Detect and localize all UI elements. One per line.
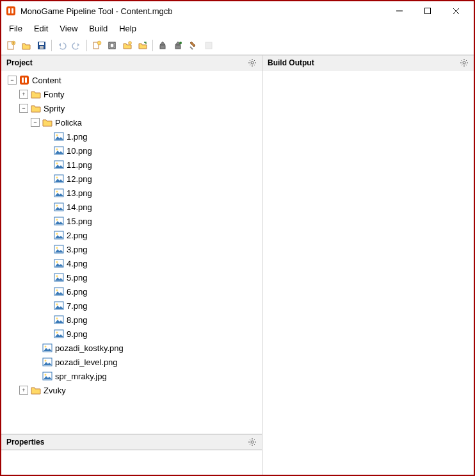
left-column: Project − Content + (1, 55, 262, 475)
close-button[interactable] (442, 2, 470, 20)
tree-label: 4.png (67, 259, 88, 268)
clean-button[interactable] (186, 38, 200, 53)
new-item-button[interactable] (90, 38, 104, 53)
tree-file[interactable]: 8.png (1, 313, 262, 327)
tree-file[interactable]: 14.png (1, 200, 262, 214)
build-button[interactable] (156, 38, 170, 53)
image-icon (54, 258, 64, 268)
tree-folder-zvuky[interactable]: + Zvuky (1, 383, 262, 397)
undo-button[interactable] (54, 38, 68, 53)
tree-label: 6.png (67, 287, 88, 297)
svg-point-44 (56, 191, 58, 193)
tree-file[interactable]: 7.png (1, 299, 262, 313)
window: MonoGame Pipeline Tool - Content.mgcb Fi… (0, 0, 475, 476)
open-button[interactable] (19, 38, 33, 53)
tree-label: 3.png (67, 245, 88, 254)
tree-folder-policka[interactable]: − Policka (1, 115, 262, 129)
tree-file[interactable]: 2.png (1, 228, 262, 242)
svg-point-66 (45, 346, 47, 348)
tree-label: 11.png (67, 160, 92, 170)
maximize-button[interactable] (414, 2, 442, 20)
svg-point-40 (56, 163, 58, 165)
expander-minus-icon[interactable]: − (19, 104, 28, 113)
tree-label: 12.png (67, 174, 92, 184)
tree-file[interactable]: 12.png (1, 172, 262, 186)
tree-file[interactable]: 5.png (1, 270, 262, 284)
build-output-body[interactable] (262, 70, 474, 475)
toolbar-separator (152, 40, 153, 51)
svg-line-28 (250, 60, 250, 61)
svg-point-64 (56, 332, 58, 334)
redo-button[interactable] (70, 38, 84, 53)
image-icon (54, 300, 64, 311)
tree-label: 15.png (67, 217, 92, 226)
svg-rect-32 (20, 76, 29, 85)
tree-file[interactable]: 10.png (1, 144, 262, 158)
svg-point-38 (56, 149, 58, 151)
svg-line-86 (466, 65, 467, 65)
menu-view[interactable]: View (54, 22, 83, 35)
right-column: Build Output (262, 55, 474, 475)
properties-body[interactable] (1, 450, 262, 475)
tree-file[interactable]: pozadi_level.png (1, 355, 262, 369)
svg-point-68 (45, 360, 47, 362)
folder-icon (31, 103, 41, 113)
svg-line-30 (254, 60, 255, 61)
tree-folder-fonty[interactable]: + Fonty (1, 87, 262, 101)
tree-label: 14.png (67, 202, 92, 212)
new-button[interactable] (4, 38, 18, 53)
gear-icon[interactable] (460, 58, 469, 67)
project-tree[interactable]: − Content + Fonty − (1, 70, 262, 434)
tree-file[interactable]: 13.png (1, 186, 262, 200)
new-folder-button[interactable] (120, 38, 134, 53)
image-icon (54, 145, 64, 156)
tree-file[interactable]: 1.png (1, 129, 262, 144)
expander-minus-icon[interactable]: − (8, 76, 17, 85)
image-icon (54, 230, 64, 240)
menu-build[interactable]: Build (84, 22, 113, 35)
expander-plus-icon[interactable]: + (19, 90, 28, 99)
menu-help[interactable]: Help (114, 22, 141, 35)
tree-file[interactable]: 3.png (1, 242, 262, 256)
menu-file[interactable]: File (4, 22, 28, 35)
svg-point-56 (56, 275, 58, 277)
gear-icon[interactable] (248, 438, 257, 447)
svg-rect-34 (25, 78, 27, 83)
image-icon (54, 244, 64, 254)
menu-edit[interactable]: Edit (29, 22, 53, 35)
expander-plus-icon[interactable]: + (19, 386, 28, 395)
expander-minus-icon[interactable]: − (31, 118, 40, 127)
tree-file[interactable]: 11.png (1, 158, 262, 172)
tree-file[interactable]: spr_mraky.jpg (1, 369, 262, 383)
properties-panel-header: Properties (1, 434, 262, 450)
tree-file[interactable]: 15.png (1, 214, 262, 228)
save-button[interactable] (35, 38, 49, 53)
app-icon (5, 5, 17, 17)
add-existing-button[interactable] (105, 38, 119, 53)
build-output-panel-header: Build Output (262, 55, 474, 70)
rebuild-button[interactable] (171, 38, 185, 53)
build-output-panel-title: Build Output (268, 58, 314, 67)
add-existing-folder-button[interactable] (136, 38, 150, 53)
tree-label: 2.png (67, 231, 88, 240)
image-icon (54, 131, 64, 142)
tree-file[interactable]: 4.png (1, 256, 262, 270)
tree-folder-sprity[interactable]: − Sprity (1, 101, 262, 115)
project-panel-header: Project (1, 55, 262, 70)
tree-root-content[interactable]: − Content (1, 73, 262, 87)
cancel-build-button[interactable] (202, 38, 216, 53)
minimize-button[interactable] (385, 2, 414, 20)
tree-file[interactable]: 6.png (1, 284, 262, 299)
tree-file[interactable]: pozadi_kostky.png (1, 341, 262, 355)
svg-point-23 (251, 62, 254, 64)
window-controls (385, 2, 470, 20)
svg-point-36 (56, 135, 58, 136)
properties-panel-title: Properties (6, 438, 44, 447)
app-icon (19, 75, 29, 85)
tree-file[interactable]: 9.png (1, 327, 262, 341)
svg-rect-12 (39, 42, 44, 45)
gear-icon[interactable] (248, 58, 257, 67)
svg-line-85 (462, 60, 462, 61)
svg-point-54 (56, 261, 58, 263)
tree-label: Fonty (44, 90, 65, 99)
